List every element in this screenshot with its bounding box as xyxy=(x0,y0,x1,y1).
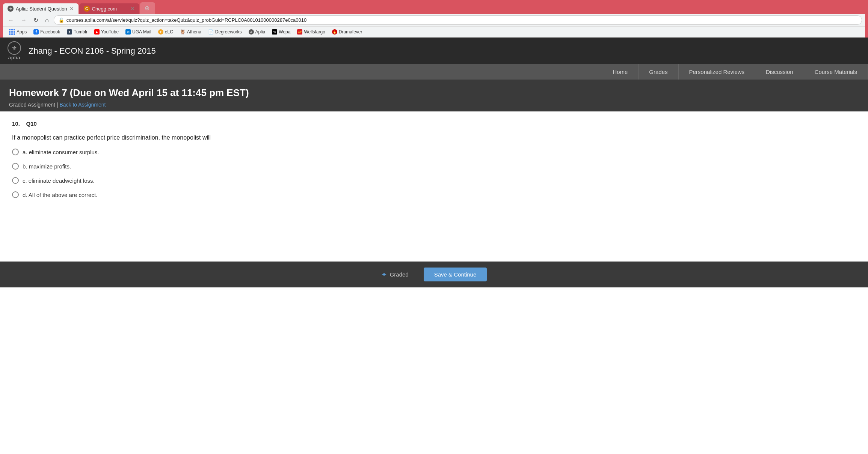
nav-personalized-reviews[interactable]: Personalized Reviews xyxy=(679,64,756,80)
aplia-logo-text: aplia xyxy=(8,55,20,60)
bookmark-wellsfargo[interactable]: WF Wellsfargo xyxy=(294,28,328,36)
question-area: 10. Q10 If a monopolist can practice per… xyxy=(0,111,868,262)
bookmark-facebook-label: Facebook xyxy=(40,29,60,35)
bookmark-aplia-bm[interactable]: A Aplia xyxy=(246,28,269,36)
radio-d[interactable] xyxy=(12,191,19,198)
bookmark-ugamail-label: UGA Mail xyxy=(132,29,151,35)
tab-aplia-close[interactable]: ✕ xyxy=(69,6,74,12)
bookmark-ugamail[interactable]: ✉ UGA Mail xyxy=(122,28,154,36)
tab-bar: ⚜ Aplia: Student Question ✕ C Chegg.com … xyxy=(3,2,865,14)
graded-text: Graded xyxy=(390,271,409,278)
browser-chrome: ⚜ Aplia: Student Question ✕ C Chegg.com … xyxy=(0,0,868,38)
homework-subtitle: Graded Assignment | Back to Assignment xyxy=(9,102,859,108)
bookmark-degreeworks[interactable]: 📄 Degreeworks xyxy=(205,28,245,36)
wepa-icon: W xyxy=(272,29,277,35)
address-bar-row: ← → ↻ ⌂ 🔓 courses.aplia.com/af/servlet/q… xyxy=(3,14,865,26)
ugamail-icon: ✉ xyxy=(125,29,131,35)
tab-new[interactable]: ⊕ xyxy=(140,2,155,14)
aplia-header: ⚜ aplia Zhang - ECON 2106 - Spring 2015 xyxy=(0,38,868,64)
question-text: If a monopolist can practice perfect pri… xyxy=(12,134,856,141)
back-button[interactable]: ← xyxy=(6,16,16,24)
tab-aplia[interactable]: ⚜ Aplia: Student Question ✕ xyxy=(3,3,78,14)
tab-chegg-label: Chegg.com xyxy=(92,6,117,12)
bookmark-facebook[interactable]: f Facebook xyxy=(30,28,63,36)
bookmark-degreeworks-label: Degreeworks xyxy=(215,29,242,35)
facebook-icon: f xyxy=(33,29,39,35)
elc-icon: ★ xyxy=(158,29,163,35)
tab-chegg-close[interactable]: ✕ xyxy=(130,6,135,12)
nav-grades[interactable]: Grades xyxy=(639,64,678,80)
address-text: courses.aplia.com/af/servlet/quiz?quiz_a… xyxy=(66,17,307,23)
bottom-bar: ✦ Graded Save & Continue xyxy=(0,262,868,287)
bookmark-tumblr[interactable]: t Tumblr xyxy=(64,28,91,36)
option-c-text: c. eliminate deadweight loss. xyxy=(23,177,95,184)
homework-section: Homework 7 (Due on Wed April 15 at 11:45… xyxy=(0,80,868,111)
tab-new-icon: ⊕ xyxy=(145,5,149,12)
page-content: ⚜ aplia Zhang - ECON 2106 - Spring 2015 … xyxy=(0,38,868,287)
graded-assignment-label: Graded Assignment xyxy=(9,102,55,108)
aplia-bm-icon: A xyxy=(249,29,254,35)
bookmark-apps[interactable]: Apps xyxy=(6,28,30,36)
graded-icon: ✦ xyxy=(381,271,387,279)
homework-title: Homework 7 (Due on Wed April 15 at 11:45… xyxy=(9,87,859,99)
aplia-logo-icon: ⚜ xyxy=(8,41,21,55)
tab-aplia-label: Aplia: Student Question xyxy=(16,6,67,12)
youtube-icon: ▶ xyxy=(94,29,100,35)
bookmark-athena-label: Athena xyxy=(187,29,201,35)
nav-discussion[interactable]: Discussion xyxy=(755,64,804,80)
bookmark-wellsfargo-label: Wellsfargo xyxy=(304,29,325,35)
chegg-tab-icon: C xyxy=(84,6,90,12)
wellsfargo-icon: WF xyxy=(297,29,302,35)
answer-option-c[interactable]: c. eliminate deadweight loss. xyxy=(12,177,856,184)
aplia-tab-icon: ⚜ xyxy=(8,6,14,12)
address-field[interactable]: 🔓 courses.aplia.com/af/servlet/quiz?quiz… xyxy=(54,15,862,25)
refresh-button[interactable]: ↻ xyxy=(32,16,40,24)
bookmark-aplia-label: Aplia xyxy=(255,29,266,35)
dramafever-icon: 🔥 xyxy=(332,29,337,35)
bookmark-apps-label: Apps xyxy=(17,29,27,35)
option-a-text: a. eliminate consumer surplus. xyxy=(23,149,99,155)
save-continue-button[interactable]: Save & Continue xyxy=(424,268,487,281)
bookmark-elc[interactable]: ★ eLC xyxy=(155,28,176,36)
nav-course-materials[interactable]: Course Materials xyxy=(804,64,868,80)
bookmark-athena[interactable]: 🦉 Athena xyxy=(177,28,204,36)
degreeworks-icon: 📄 xyxy=(208,29,214,35)
forward-button[interactable]: → xyxy=(19,16,29,24)
radio-a[interactable] xyxy=(12,149,19,155)
bookmark-elc-label: eLC xyxy=(165,29,173,35)
radio-c[interactable] xyxy=(12,177,19,184)
bookmark-wepa[interactable]: W Wepa xyxy=(269,28,293,36)
lock-icon: 🔓 xyxy=(59,18,64,23)
course-title: Zhang - ECON 2106 - Spring 2015 xyxy=(29,46,156,56)
tumblr-icon: t xyxy=(67,29,72,35)
bookmark-youtube-label: YouTube xyxy=(101,29,119,35)
bookmark-wepa-label: Wepa xyxy=(279,29,290,35)
bookmark-dramafever[interactable]: 🔥 Dramafever xyxy=(329,28,365,36)
bookmarks-bar: Apps f Facebook t Tumblr ▶ YouTube ✉ UGA… xyxy=(3,26,865,38)
option-d-text: d. All of the above are correct. xyxy=(23,192,97,198)
answer-option-d[interactable]: d. All of the above are correct. xyxy=(12,191,856,198)
athena-icon: 🦉 xyxy=(180,29,186,35)
question-number: 10. Q10 xyxy=(12,120,856,127)
nav-bar: Home Grades Personalized Reviews Discuss… xyxy=(0,64,868,80)
tab-chegg[interactable]: C Chegg.com ✕ xyxy=(79,3,139,14)
home-button[interactable]: ⌂ xyxy=(43,16,51,24)
graded-status: ✦ Graded xyxy=(381,271,409,279)
nav-home[interactable]: Home xyxy=(602,64,639,80)
bookmark-youtube[interactable]: ▶ YouTube xyxy=(91,28,122,36)
bookmark-dramafever-label: Dramafever xyxy=(339,29,362,35)
option-b-text: b. maximize profits. xyxy=(23,163,71,170)
bookmark-tumblr-label: Tumblr xyxy=(74,29,88,35)
answer-option-a[interactable]: a. eliminate consumer surplus. xyxy=(12,149,856,155)
apps-icon xyxy=(9,29,15,35)
back-to-assignment-link[interactable]: Back to Assignment xyxy=(59,102,106,108)
aplia-logo: ⚜ aplia xyxy=(8,41,21,60)
answer-option-b[interactable]: b. maximize profits. xyxy=(12,163,856,170)
radio-b[interactable] xyxy=(12,163,19,170)
